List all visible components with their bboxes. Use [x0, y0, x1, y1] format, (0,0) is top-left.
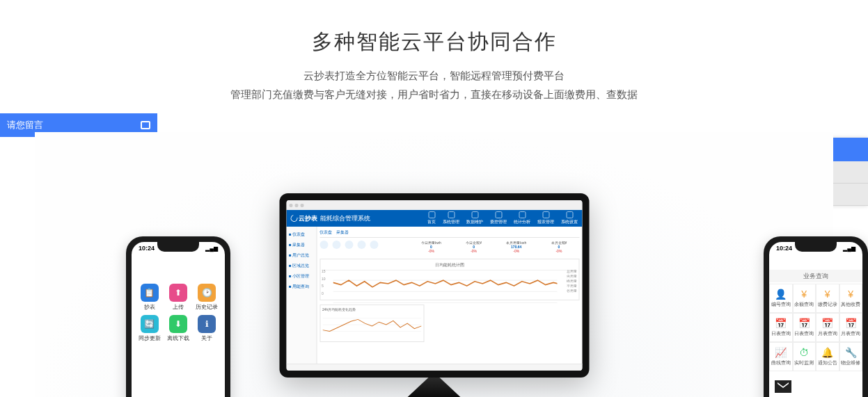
phone-time: 10:24	[139, 245, 155, 252]
status-bar	[286, 364, 582, 371]
stat-row: 今日用量kwh0-0% 今日金额¥0-0% 本月用量kwh170.64-0% 本…	[409, 241, 579, 253]
app-download[interactable]: ⬇离线下载	[166, 315, 190, 342]
biz-item[interactable]: 📅日表查询	[769, 313, 793, 342]
biz-item[interactable]: 👤编号查询	[769, 284, 793, 313]
phone-mockup-left: 10:24 ▂▄▆ 📋抄表 ⬆上传 🕑历史记录 🔄同步更新 ⬇离线下载 ℹ关于	[126, 236, 230, 397]
nav-item[interactable]: 系统管理	[443, 211, 459, 225]
page-title: 多种智能云平台协同合作	[0, 0, 868, 56]
app-upload[interactable]: ⬆上传	[166, 284, 190, 311]
app-title: 能耗综合管理系统	[320, 214, 370, 223]
page-subtitle: 云抄表打造全方位智能云平台，智能远程管理预付费平台 管理部门充值缴费与客户无缝对…	[0, 66, 868, 104]
app-logo: 云抄表	[290, 214, 317, 223]
business-header: 业务查询	[769, 270, 862, 282]
biz-item[interactable]: ¥缴费记录	[816, 284, 839, 313]
biz-item[interactable]: ¥余额查询	[793, 284, 816, 313]
app-header: 云抄表 能耗综合管理系统 首页 系统管理 数据维护 费控管理 统计分析 报表管理…	[286, 210, 582, 227]
biz-item[interactable]: 📅日表查询	[793, 313, 816, 342]
sidebar: ■ 仪表盘 ■ 采集器 ■ 用户总览 ■ 区域总览 ■ 小区管理 ■ 用能查询	[286, 227, 317, 364]
nav-item[interactable]: 费控管理	[490, 211, 507, 225]
phone-time: 10:24	[776, 245, 792, 252]
nav-item[interactable]: 系统设置	[561, 211, 578, 225]
hourly-trend-chart: 24h月均能耗变化趋势	[319, 305, 424, 342]
app-sync[interactable]: 🔄同步更新	[137, 315, 161, 342]
app-nav: 首页 系统管理 数据维护 费控管理 统计分析 报表管理 系统设置	[427, 211, 578, 225]
sidebar-item[interactable]: ■ 用能查询	[287, 282, 315, 292]
biz-item[interactable]: 📅月表查询	[839, 313, 863, 342]
stat-icon-row	[319, 241, 404, 249]
monitor-mockup: 云抄表 能耗综合管理系统 首页 系统管理 数据维护 费控管理 统计分析 报表管理…	[279, 193, 589, 397]
biz-item[interactable]: 📅月表查询	[816, 313, 839, 342]
tab[interactable]: 仪表盘	[319, 229, 332, 236]
subtitle-line-2: 管理部门充值缴费与客户无缝对接，用户省时省力，直接在移动设备上面缴费用、查数据	[0, 85, 868, 104]
tab[interactable]: 采集器	[336, 229, 349, 236]
subtitle-line-1: 云抄表打造全方位智能云平台，智能远程管理预付费平台	[0, 66, 868, 85]
chart-legend: 总用量 尖用量 峰用量 平用量 谷用量	[567, 269, 577, 293]
sidebar-item[interactable]: ■ 采集器	[287, 240, 315, 250]
signal-icon: ▂▄▆	[205, 245, 218, 252]
leave-message-prompt: 请您留言	[7, 119, 43, 131]
business-grid: 👤编号查询 ¥余额查询 ¥缴费记录 ¥其他收费 📅日表查询 📅日表查询 📅月表查…	[769, 284, 862, 371]
biz-item[interactable]: 🔔通知公告	[816, 342, 839, 371]
nav-item[interactable]: 首页	[427, 211, 436, 225]
mail-icon[interactable]	[775, 380, 791, 393]
nav-item[interactable]: 数据维护	[466, 211, 483, 225]
daily-energy-chart: 日均能耗统计图 151050 总用量 尖用量 峰用量 平用量	[319, 259, 579, 300]
signal-icon: ▂▄▆	[843, 245, 855, 252]
dashboard-main: 仪表盘 采集器 今日用量kwh0-0% 今日金额¥0-0%	[317, 227, 582, 364]
biz-item[interactable]: 🔧物业维修	[839, 342, 863, 371]
biz-item[interactable]: 📈曲线查询	[769, 342, 793, 371]
sidebar-item[interactable]: ■ 用户总览	[287, 250, 315, 261]
nav-item[interactable]: 报表管理	[537, 211, 554, 225]
phone-mockup-right: 10:24 ▂▄▆ 业务查询 👤编号查询 ¥余额查询 ¥缴费记录 ¥其他收费 📅…	[764, 236, 868, 397]
app-history[interactable]: 🕑历史记录	[195, 284, 219, 311]
sidebar-item[interactable]: ■ 小区管理	[287, 271, 315, 282]
expand-icon[interactable]	[141, 121, 150, 129]
sidebar-item[interactable]: ■ 区域总览	[287, 261, 315, 271]
sidebar-item[interactable]: ■ 仪表盘	[287, 229, 315, 240]
biz-item[interactable]: ⏱实时监测	[793, 342, 816, 371]
biz-item[interactable]: ¥其他收费	[839, 284, 863, 313]
app-meter[interactable]: 📋抄表	[137, 284, 161, 311]
nav-item[interactable]: 统计分析	[514, 211, 530, 225]
app-grid: 📋抄表 ⬆上传 🕑历史记录 🔄同步更新 ⬇离线下载 ℹ关于	[137, 284, 219, 342]
window-titlebar	[286, 200, 582, 210]
app-about[interactable]: ℹ关于	[195, 315, 219, 342]
